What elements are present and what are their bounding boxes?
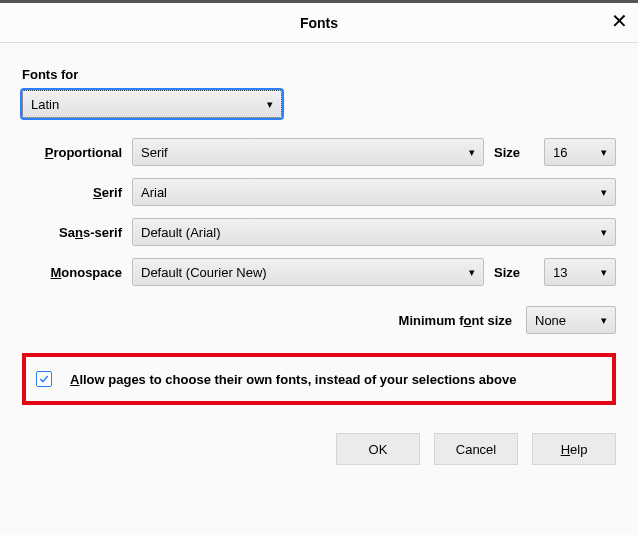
proportional-label: Proportional (22, 145, 122, 160)
chevron-down-icon: ▾ (601, 186, 607, 199)
minimum-font-size-select[interactable]: None ▾ (526, 306, 616, 334)
sans-serif-value: Default (Arial) (141, 225, 220, 240)
checkmark-icon (38, 373, 50, 385)
minimum-font-size-value: None (535, 313, 566, 328)
chevron-down-icon: ▾ (469, 266, 475, 279)
fonts-dialog: Fonts ✕ Fonts for Latin ▾ Proportional S… (0, 0, 638, 487)
fonts-for-label: Fonts for (22, 67, 616, 82)
monospace-label: Monospace (22, 265, 122, 280)
proportional-size-label: Size (494, 145, 534, 160)
chevron-down-icon: ▾ (601, 266, 607, 279)
proportional-value: Serif (141, 145, 168, 160)
sans-serif-select[interactable]: Default (Arial) ▾ (132, 218, 616, 246)
serif-select[interactable]: Arial ▾ (132, 178, 616, 206)
dialog-button-row: OK Cancel Help (0, 415, 638, 487)
chevron-down-icon: ▾ (267, 98, 273, 111)
allow-pages-label[interactable]: Allow pages to choose their own fonts, i… (70, 372, 516, 387)
sans-serif-label: Sans-serif (22, 225, 122, 240)
minimum-font-size-label: Minimum font size (399, 313, 512, 328)
language-select[interactable]: Latin ▾ (22, 90, 282, 118)
monospace-size-value: 13 (553, 265, 567, 280)
titlebar: Fonts ✕ (0, 3, 638, 43)
proportional-select[interactable]: Serif ▾ (132, 138, 484, 166)
cancel-button[interactable]: Cancel (434, 433, 518, 465)
monospace-select[interactable]: Default (Courier New) ▾ (132, 258, 484, 286)
proportional-size-value: 16 (553, 145, 567, 160)
monospace-size-label: Size (494, 265, 534, 280)
serif-label: Serif (22, 185, 122, 200)
chevron-down-icon: ▾ (601, 226, 607, 239)
language-value: Latin (31, 97, 59, 112)
monospace-size-select[interactable]: 13 ▾ (544, 258, 616, 286)
serif-value: Arial (141, 185, 167, 200)
monospace-value: Default (Courier New) (141, 265, 267, 280)
ok-button[interactable]: OK (336, 433, 420, 465)
proportional-size-select[interactable]: 16 ▾ (544, 138, 616, 166)
chevron-down-icon: ▾ (601, 146, 607, 159)
chevron-down-icon: ▾ (469, 146, 475, 159)
help-button[interactable]: Help (532, 433, 616, 465)
dialog-title: Fonts (300, 15, 338, 31)
allow-pages-checkbox[interactable] (36, 371, 52, 387)
chevron-down-icon: ▾ (601, 314, 607, 327)
highlight-annotation: Allow pages to choose their own fonts, i… (22, 353, 616, 405)
close-icon[interactable]: ✕ (611, 11, 628, 31)
